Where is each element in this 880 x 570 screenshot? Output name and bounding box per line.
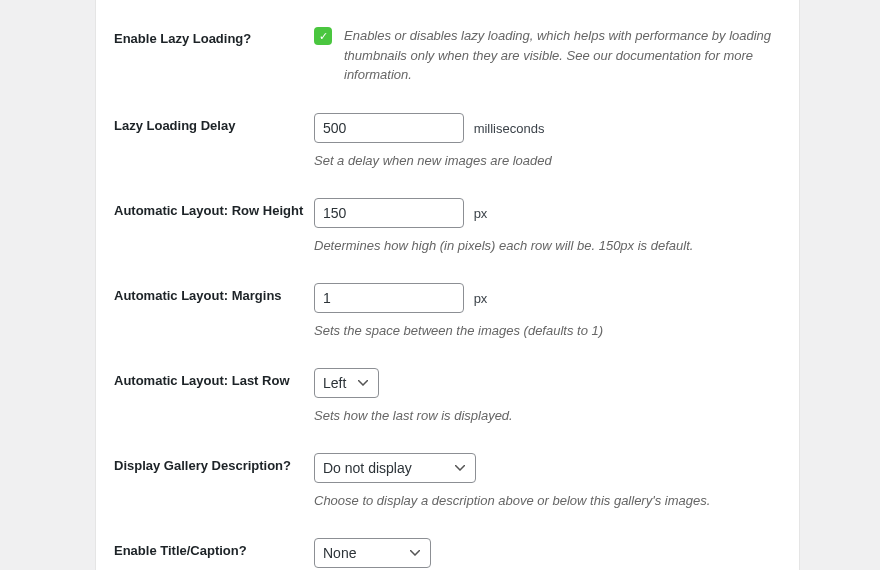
check-icon: ✓ xyxy=(319,30,328,43)
title-caption-select[interactable]: None xyxy=(314,538,431,568)
row-height-unit: px xyxy=(474,206,488,221)
lazy-loading-label: Enable Lazy Loading? xyxy=(114,26,314,85)
field-lazy-loading: Enable Lazy Loading? ✓ Enables or disabl… xyxy=(114,18,781,99)
margins-unit: px xyxy=(474,291,488,306)
row-height-label: Automatic Layout: Row Height xyxy=(114,198,314,255)
title-caption-label: Enable Title/Caption? xyxy=(114,538,314,568)
field-last-row: Automatic Layout: Last Row Left Sets how… xyxy=(114,354,781,439)
margins-label: Automatic Layout: Margins xyxy=(114,283,314,340)
lazy-loading-checkbox[interactable]: ✓ xyxy=(314,27,332,45)
field-margins: Automatic Layout: Margins px Sets the sp… xyxy=(114,269,781,354)
lazy-delay-description: Set a delay when new images are loaded xyxy=(314,152,781,170)
settings-panel: Enable Lazy Loading? ✓ Enables or disabl… xyxy=(95,0,800,570)
last-row-label: Automatic Layout: Last Row xyxy=(114,368,314,425)
margins-input[interactable] xyxy=(314,283,464,313)
field-display-description: Display Gallery Description? Do not disp… xyxy=(114,439,781,524)
last-row-description: Sets how the last row is displayed. xyxy=(314,407,781,425)
row-height-description: Determines how high (in pixels) each row… xyxy=(314,237,781,255)
last-row-select[interactable]: Left xyxy=(314,368,379,398)
row-height-input[interactable] xyxy=(314,198,464,228)
field-row-height: Automatic Layout: Row Height px Determin… xyxy=(114,184,781,269)
display-description-select[interactable]: Do not display xyxy=(314,453,476,483)
lazy-delay-unit: milliseconds xyxy=(474,121,545,136)
field-title-caption: Enable Title/Caption? None xyxy=(114,524,781,570)
margins-description: Sets the space between the images (defau… xyxy=(314,322,781,340)
lazy-delay-input[interactable] xyxy=(314,113,464,143)
display-description-description: Choose to display a description above or… xyxy=(314,492,781,510)
lazy-delay-label: Lazy Loading Delay xyxy=(114,113,314,170)
field-lazy-delay: Lazy Loading Delay milliseconds Set a de… xyxy=(114,99,781,184)
display-description-label: Display Gallery Description? xyxy=(114,453,314,510)
lazy-loading-description: Enables or disables lazy loading, which … xyxy=(344,26,781,85)
